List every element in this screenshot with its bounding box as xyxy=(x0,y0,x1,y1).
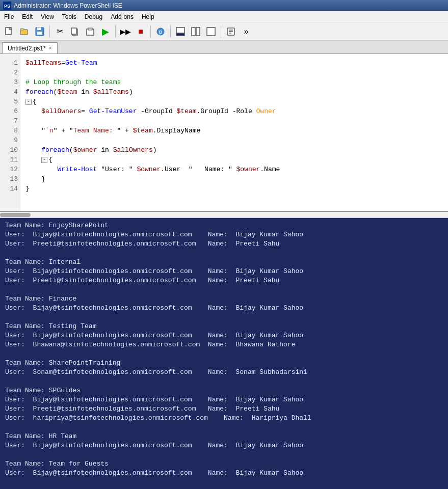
svg-rect-11 xyxy=(88,28,92,30)
open-button[interactable] xyxy=(17,24,32,39)
main-container: 1 2 3 4 5 6 7 8 9 10 11 12 13 14 $allTea… xyxy=(0,54,448,489)
separator-1 xyxy=(49,25,50,38)
run-selection-button[interactable]: ▶▶ xyxy=(118,24,133,39)
menu-debug[interactable]: Debug xyxy=(81,11,107,22)
toolbar: ✂ ▶ ▶▶ ■ D » xyxy=(0,22,448,41)
svg-text:D: D xyxy=(159,30,163,35)
menu-help[interactable]: Help xyxy=(138,11,159,22)
cut-button[interactable]: ✂ xyxy=(52,24,67,39)
snippet-button[interactable] xyxy=(224,24,238,39)
svg-rect-14 xyxy=(176,28,185,33)
svg-rect-18 xyxy=(207,28,215,36)
separator-2 xyxy=(115,25,116,38)
svg-rect-6 xyxy=(37,28,41,30)
separator-5 xyxy=(221,25,221,38)
svg-rect-17 xyxy=(196,28,200,36)
menubar: File Edit View Tools Debug Add-ons Help xyxy=(0,11,448,22)
tabbar: Untitled2.ps1* × xyxy=(0,41,448,54)
svg-text:PS: PS xyxy=(4,4,10,9)
menu-addons[interactable]: Add-ons xyxy=(107,11,138,22)
collapse-5[interactable]: - xyxy=(25,99,32,105)
collapse-11[interactable]: - xyxy=(41,157,47,163)
menu-file[interactable]: File xyxy=(0,11,18,22)
script-tab[interactable]: Untitled2.ps1* × xyxy=(2,42,58,53)
titlebar: PS Administrator: Windows PowerShell ISE xyxy=(0,0,448,11)
line-numbers: 1 2 3 4 5 6 7 8 9 10 11 12 13 14 xyxy=(0,54,20,211)
hscroll[interactable] xyxy=(0,212,448,218)
hscroll-thumb[interactable] xyxy=(0,213,31,217)
copy-button[interactable] xyxy=(68,24,82,39)
debug-button[interactable]: D xyxy=(153,24,168,39)
more-button[interactable]: » xyxy=(239,24,253,39)
zoom-editor-button[interactable] xyxy=(204,24,218,39)
menu-tools[interactable]: Tools xyxy=(58,11,81,22)
titlebar-icon: PS xyxy=(3,2,11,10)
run-script-button[interactable]: ▶ xyxy=(98,24,113,39)
titlebar-text: Administrator: Windows PowerShell ISE xyxy=(14,2,122,9)
zoom-console-button[interactable] xyxy=(173,24,188,39)
output-console[interactable]: Team Name: EnjoySharePoint User: Bijay@t… xyxy=(0,218,448,489)
svg-rect-7 xyxy=(37,32,42,35)
svg-rect-4 xyxy=(20,29,24,30)
svg-rect-15 xyxy=(176,33,185,36)
new-button[interactable] xyxy=(2,24,16,39)
svg-rect-9 xyxy=(71,28,76,34)
separator-4 xyxy=(170,25,171,38)
menu-view[interactable]: View xyxy=(37,11,58,22)
editor[interactable]: 1 2 3 4 5 6 7 8 9 10 11 12 13 14 $allTea… xyxy=(0,54,448,212)
save-button[interactable] xyxy=(33,24,47,39)
menu-edit[interactable]: Edit xyxy=(18,11,37,22)
code-area[interactable]: $allTeams=Get-Team # Loop through the te… xyxy=(20,54,448,211)
stop-button[interactable]: ■ xyxy=(134,24,148,39)
zoom-split-button[interactable] xyxy=(189,24,203,39)
tab-label: Untitled2.ps1* xyxy=(8,45,46,52)
paste-button[interactable] xyxy=(83,24,97,39)
tab-close-button[interactable]: × xyxy=(49,45,52,51)
separator-3 xyxy=(150,25,151,38)
svg-rect-16 xyxy=(192,28,195,36)
